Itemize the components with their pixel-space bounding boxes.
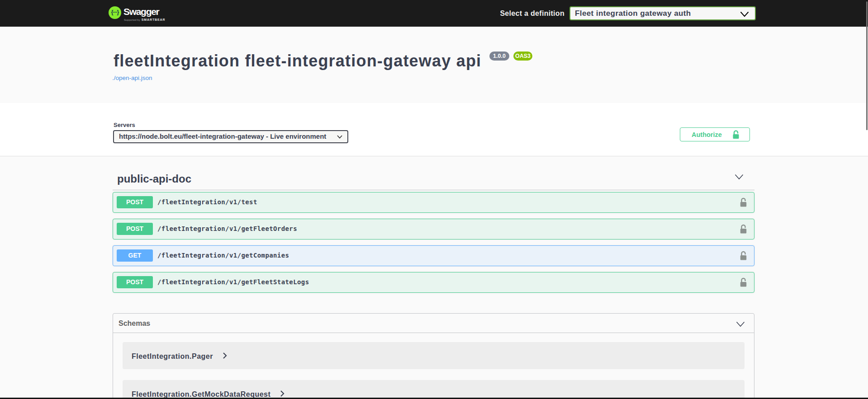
page-title: fleetIntegration fleet-integration-gatew… — [114, 52, 481, 70]
schemas-section: Schemas FleetIntegration.Pager FleetInte… — [113, 313, 754, 399]
collapse-section-icon[interactable] — [735, 174, 744, 180]
schemas-header[interactable]: Schemas — [113, 314, 754, 333]
operations-section: public-api-doc POST /fleetIntegration/v1… — [0, 157, 868, 399]
select-definition-label: Select a definition — [500, 9, 564, 18]
api-section-title[interactable]: public-api-doc — [117, 173, 191, 185]
authorize-label: Authorize — [692, 131, 722, 138]
operation-path: /fleetIntegration/v1/getFleetOrders — [157, 225, 297, 232]
lock-icon[interactable] — [740, 224, 747, 235]
model-name: FleetIntegration.Pager — [132, 352, 213, 361]
scrollbar-thumb[interactable] — [866, 1, 868, 130]
operation-row[interactable]: POST /fleetIntegration/v1/getFleetStateL… — [113, 272, 754, 293]
brand-sub-prefix: Supported by — [124, 19, 140, 21]
lock-icon[interactable] — [740, 277, 747, 288]
operation-row[interactable]: POST /fleetIntegration/v1/test — [113, 192, 754, 213]
method-badge: GET — [117, 249, 153, 262]
operation-path: /fleetIntegration/v1/getCompanies — [157, 252, 289, 259]
brand-subtitle: Supported bySMARTBEAR — [124, 18, 166, 21]
model-row[interactable]: FleetIntegration.Pager — [123, 342, 745, 369]
operation-path: /fleetIntegration/v1/getFleetStateLogs — [157, 278, 309, 286]
lock-icon[interactable] — [740, 197, 747, 208]
spec-link[interactable]: ./open-api.json — [112, 75, 152, 81]
operation-path: /fleetIntegration/v1/test — [157, 198, 257, 206]
operation-row[interactable]: GET /fleetIntegration/v1/getCompanies — [113, 245, 754, 266]
method-badge: POST — [117, 223, 153, 235]
expand-model-icon — [223, 352, 227, 359]
expand-model-icon — [280, 390, 285, 397]
schemas-title: Schemas — [119, 319, 150, 328]
unlock-icon — [733, 130, 739, 139]
section-divider — [113, 190, 754, 190]
method-badge: POST — [117, 196, 153, 208]
definition-select-value: Fleet integration gateway auth — [575, 9, 691, 18]
lock-icon[interactable] — [740, 251, 747, 261]
model-row[interactable]: FleetIntegration.GetMockDataRequest — [123, 380, 745, 399]
server-select-value: https://node.bolt.eu/fleet-integration-g… — [119, 132, 326, 140]
servers-label: Servers — [114, 122, 135, 128]
chevron-down-icon — [337, 135, 342, 139]
topbar: {···} Swagger Supported bySMARTBEAR Sele… — [0, 0, 868, 27]
chevron-down-icon — [740, 11, 749, 17]
authorize-button[interactable]: Authorize — [680, 127, 750, 141]
operation-row[interactable]: POST /fleetIntegration/v1/getFleetOrders — [113, 219, 754, 239]
swagger-logo-icon: {···} — [109, 6, 121, 19]
method-badge: POST — [117, 276, 153, 288]
info-section: fleetIntegration fleet-integration-gatew… — [0, 27, 868, 103]
definition-select[interactable]: Fleet integration gateway auth — [569, 6, 756, 20]
version-badge: 1.0.0 — [489, 52, 509, 61]
collapse-schemas-icon[interactable] — [736, 321, 745, 327]
brand-sub-name: SMARTBEAR — [142, 18, 166, 21]
scheme-container: Servers https://node.bolt.eu/fleet-integ… — [0, 103, 868, 156]
server-select[interactable]: https://node.bolt.eu/fleet-integration-g… — [113, 130, 348, 143]
oas3-badge: OAS3 — [513, 52, 532, 61]
brand-name: Swagger — [123, 6, 159, 17]
